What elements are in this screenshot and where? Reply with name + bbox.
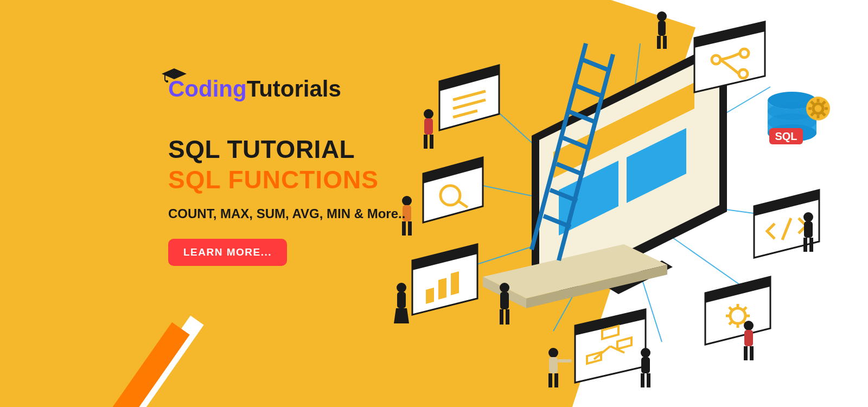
svg-rect-100: [641, 357, 650, 373]
svg-rect-97: [554, 373, 558, 387]
svg-rect-88: [397, 292, 406, 308]
sql-badge-label: SQL: [775, 130, 797, 142]
hero-title-line2: SQL FUNCTIONS: [168, 165, 450, 194]
svg-line-15: [822, 101, 825, 104]
svg-rect-95: [549, 357, 558, 373]
svg-line-65: [729, 322, 732, 325]
sql-database-badge: SQL: [760, 81, 835, 157]
learn-more-button[interactable]: LEARN MORE...: [168, 239, 287, 266]
site-logo: CodingTutorials: [168, 76, 450, 102]
svg-point-87: [397, 283, 406, 292]
svg-point-1: [166, 80, 168, 82]
svg-rect-77: [657, 36, 661, 49]
logo-word-2: Tutorials: [247, 76, 341, 102]
svg-marker-47: [438, 278, 446, 300]
svg-point-94: [548, 348, 558, 358]
svg-marker-48: [451, 271, 459, 295]
svg-rect-106: [750, 346, 754, 360]
hero-subtitle: COUNT, MAX, SUM, AVG, MIN & More..: [168, 205, 412, 222]
svg-line-13: [822, 113, 825, 116]
svg-point-99: [641, 348, 650, 358]
svg-rect-108: [804, 221, 813, 238]
hero-title-line1: SQL TUTORIAL: [168, 135, 450, 164]
svg-rect-102: [647, 373, 650, 387]
svg-rect-91: [500, 292, 509, 309]
svg-marker-46: [426, 288, 434, 304]
svg-rect-98: [558, 359, 572, 363]
svg-rect-105: [744, 346, 748, 360]
graduation-cap-icon: [162, 68, 187, 84]
svg-rect-110: [809, 238, 813, 252]
svg-rect-76: [658, 21, 666, 36]
svg-point-75: [657, 11, 667, 21]
svg-rect-109: [803, 238, 807, 252]
svg-rect-92: [500, 309, 503, 325]
svg-line-28: [583, 60, 610, 71]
svg-rect-104: [744, 330, 753, 346]
svg-rect-96: [548, 373, 552, 387]
svg-rect-93: [506, 309, 509, 325]
svg-line-29: [576, 86, 603, 97]
svg-line-63: [729, 307, 732, 310]
svg-point-90: [500, 283, 509, 292]
svg-line-66: [744, 307, 746, 310]
svg-marker-89: [394, 308, 409, 323]
svg-point-103: [744, 321, 754, 330]
svg-rect-78: [663, 36, 667, 49]
svg-point-107: [803, 212, 813, 222]
svg-rect-101: [641, 373, 644, 387]
svg-line-14: [811, 113, 814, 116]
hero-content: CodingTutorials SQL TUTORIAL SQL FUNCTIO…: [168, 76, 450, 266]
svg-line-12: [811, 101, 814, 104]
